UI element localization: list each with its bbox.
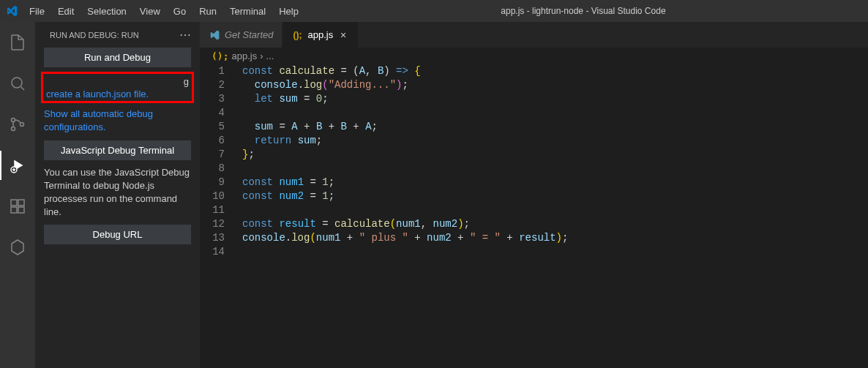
menubar: File Edit Selection View Go Run Terminal…: [23, 3, 304, 20]
extensions-icon: [9, 198, 26, 215]
line-number-gutter: 1234567891011121314: [200, 64, 236, 368]
menu-file[interactable]: File: [23, 3, 50, 20]
svg-point-2: [12, 127, 15, 131]
menu-help[interactable]: Help: [273, 3, 304, 20]
svg-point-3: [20, 123, 24, 127]
js-debug-description: You can use the JavaScript Debug Termina…: [44, 166, 191, 219]
menu-go[interactable]: Go: [168, 3, 192, 20]
activity-explorer[interactable]: [0, 28, 35, 57]
tab-label: Get Started: [225, 29, 273, 40]
customize-text-partial: g: [46, 75, 189, 89]
titlebar: File Edit Selection View Go Run Terminal…: [0, 0, 868, 22]
hexagon-icon: [9, 239, 26, 256]
create-launch-json-link[interactable]: create a launch.json file.: [46, 89, 149, 99]
highlighted-launch-json-area: g create a launch.json file.: [41, 72, 194, 103]
debug-url-button[interactable]: Debug URL: [44, 225, 191, 244]
activity-bar: [0, 22, 35, 368]
js-icon: ();: [291, 29, 303, 41]
vscode-icon: [209, 29, 220, 41]
breadcrumb-file: app.js: [231, 50, 257, 61]
svg-point-1: [12, 119, 15, 122]
more-actions-icon[interactable]: ⋯: [179, 28, 191, 42]
activity-run-debug[interactable]: [0, 151, 35, 180]
menu-run[interactable]: Run: [193, 3, 222, 20]
tab-app-js[interactable]: (); app.js ×: [283, 22, 359, 48]
sidebar-title: RUN AND DEBUG: RUN: [50, 31, 139, 40]
main-area: RUN AND DEBUG: RUN ⋯ Run and Debug g cre…: [0, 22, 868, 368]
tab-get-started[interactable]: Get Started: [200, 22, 283, 48]
code-editor[interactable]: 1234567891011121314 const calculate = (A…: [200, 64, 868, 368]
breadcrumb-more: ...: [266, 50, 274, 61]
chevron-right-icon: ›: [260, 50, 263, 61]
run-and-debug-button[interactable]: Run and Debug: [44, 48, 191, 67]
svg-rect-6: [18, 200, 24, 206]
vscode-logo-icon: [6, 5, 18, 17]
activity-other[interactable]: [0, 233, 35, 262]
svg-rect-8: [18, 207, 24, 213]
breadcrumb[interactable]: (); app.js › ...: [200, 48, 868, 64]
svg-rect-5: [11, 200, 17, 206]
sidebar-header: RUN AND DEBUG: RUN ⋯: [35, 22, 200, 48]
menu-view[interactable]: View: [134, 3, 166, 20]
sidebar-content: Run and Debug g create a launch.json fil…: [35, 48, 200, 244]
sidebar-run-debug: RUN AND DEBUG: RUN ⋯ Run and Debug g cre…: [35, 22, 200, 368]
search-icon: [9, 75, 26, 92]
menu-selection[interactable]: Selection: [81, 3, 132, 20]
activity-source-control[interactable]: [0, 110, 35, 139]
activity-extensions[interactable]: [0, 192, 35, 221]
activity-search[interactable]: [0, 69, 35, 98]
svg-rect-7: [11, 207, 17, 213]
files-icon: [9, 34, 26, 51]
svg-point-0: [12, 78, 22, 88]
window-title: app.js - lightrun-node - Visual Studio C…: [304, 6, 862, 16]
show-auto-debug-link[interactable]: Show all automatic debug configurations.: [44, 108, 153, 132]
source-control-icon: [9, 116, 26, 133]
editor-tabs: Get Started (); app.js ×: [200, 22, 868, 48]
tab-label: app.js: [307, 29, 333, 40]
editor-area: Get Started (); app.js × (); app.js › ..…: [200, 22, 868, 368]
js-debug-terminal-button[interactable]: JavaScript Debug Terminal: [44, 140, 191, 160]
menu-terminal[interactable]: Terminal: [224, 3, 272, 20]
code-content[interactable]: const calculate = (A, B) => { console.lo…: [236, 64, 868, 368]
js-icon: ();: [212, 50, 228, 61]
debug-icon: [9, 157, 26, 174]
close-icon[interactable]: ×: [337, 29, 349, 41]
menu-edit[interactable]: Edit: [52, 3, 80, 20]
